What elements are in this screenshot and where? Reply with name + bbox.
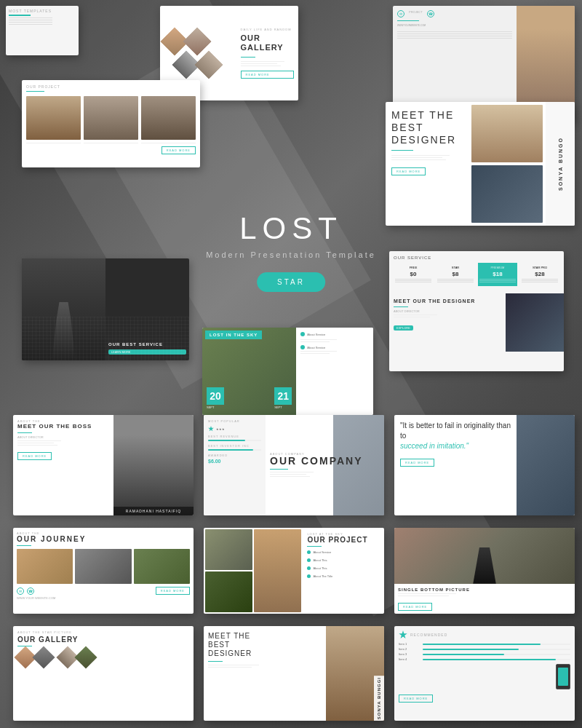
designer-r6-name: SONYA BUNGGI (377, 677, 381, 719)
company-awarded-label: AWARDED (208, 454, 261, 457)
slide-recommended: RECOMMENDED Item 1 Item 2 Item 3 Item 4 … (394, 626, 575, 721)
boss-name: RAMADHANI HASTAIFIQ (116, 509, 191, 513)
designer-r6-line3: DESIGNER (208, 649, 322, 658)
recommended-label: RECOMMENDED (410, 633, 447, 637)
designer-r6-line1: MEET THE (208, 632, 322, 641)
recommended-readmore[interactable]: READ MORE (399, 695, 433, 703)
boss-title: MEET OUR THE BOSS (17, 423, 109, 430)
project-website: WWW.YOURWEBSITE.COM (397, 24, 512, 27)
hero-section: LOST Modern Presentation Template STAR (206, 211, 376, 292)
slide-most-templates-label: MOST TEMPLATES (9, 9, 76, 13)
journey-website: WWW.YOUR WEBSITE.COM (17, 596, 190, 600)
slide-best-service: LOST OUR BEST SERVICE LEARN MORE (22, 258, 189, 360)
service-pricing-title: OUR SERVICE (394, 256, 559, 260)
price-star-label: STAR (437, 266, 474, 269)
slide-single-bottom: SINGLE BOTTOM PICTURE READ MORE (394, 528, 575, 614)
slide-our-project-r2: OUR PROJECT READ MORE (22, 80, 200, 167)
slide-our-company: MOST POPULAR ★★★ BEST REVENUE BEST INVES… (204, 415, 384, 515)
hero-title: LOST (206, 211, 376, 246)
our-project-r2-readmore[interactable]: READ MORE (162, 146, 196, 154)
single-bottom-readmore[interactable]: READ MORE (398, 603, 432, 611)
price-pro-value: $28 (522, 271, 558, 277)
designer-name: SONYA BUNGO (558, 137, 563, 191)
quote-part1: "It is better to fail in originality tha… (400, 422, 511, 440)
slide-gallery-r6: ABOUT THE STAR PICTURE OUR GALLERY (13, 626, 194, 721)
slide-timeline: LOST IN THE SKY 20 SEPT 21 SEPT About Se… (202, 328, 373, 415)
slide-quote: "It is better to fail in originality tha… (394, 415, 575, 515)
journey-readmore[interactable]: READ MORE (156, 587, 190, 595)
slide-our-project-r5m: LOST AT THE SKY OUR PROJECT About Servic… (204, 528, 384, 614)
timeline-month2: SEPT (274, 405, 292, 409)
proj-r5m-services: About Service About This About This Abou… (307, 549, 380, 579)
slide-designer-r6: MEET THE BEST DESIGNER SONYA BUNGGI (204, 626, 384, 721)
meet-designer-readmore[interactable]: EXPLORE (394, 325, 413, 331)
gallery-r6-title: OUR GALLERY (17, 636, 189, 644)
slide-meet-boss: ABOUT THE MEET OUR THE BOSS ABOUT DIRECT… (13, 415, 194, 515)
journey-phone-icon: ☎ (27, 587, 34, 595)
hero-cta-button[interactable]: STAR (257, 272, 325, 292)
proj-r5m-title: OUR PROJECT (307, 536, 380, 544)
price-premium-value: $18 (479, 271, 516, 277)
company-investor-label: BEST INVESTOR INC (208, 444, 261, 448)
boss-label: ABOUT DIRECTOR (17, 435, 109, 439)
meet-designer-label: ABOUT DIRECTOR (394, 309, 501, 313)
price-free-label: FREE (395, 266, 431, 269)
meet-designer-title: MEET OUR THE DESIGNER (394, 298, 501, 304)
pricing-grid: FREE $0 STAR $8 PREMIUM $18 STAR PRO $28 (394, 263, 559, 286)
phone-icon: ☎ (427, 10, 434, 17)
slide-service-designer: OUR SERVICE FREE $0 STAR $8 PREMIUM $18 … (389, 251, 564, 371)
price-star-value: $8 (437, 271, 474, 277)
designer-line1: MEET THE (391, 109, 463, 122)
company-popular-label: MOST POPULAR (208, 419, 261, 423)
quote-text: "It is better to fail in originality tha… (400, 421, 511, 451)
price-free-value: $0 (395, 271, 431, 277)
price-premium-label: PREMIUM (479, 266, 516, 269)
timeline-label2: About Service (307, 333, 325, 336)
gallery-readmore[interactable]: READ MORE (241, 71, 295, 79)
gallery-r6-label: ABOUT THE STAR PICTURE (17, 630, 189, 634)
single-bottom-title: SINGLE BOTTOM PICTURE (398, 587, 571, 592)
quote-readmore[interactable]: READ MORE (400, 459, 434, 467)
company-revenue-label: BEST REVENUE (208, 435, 261, 438)
company-title: OUR COMPANY (270, 456, 380, 467)
timeline-label3: About Service (307, 346, 325, 349)
timeline-month1: SEPT (207, 405, 224, 409)
price-pro-label: STAR PRO (522, 266, 558, 269)
boss-readmore[interactable]: READ MORE (17, 452, 52, 460)
email-icon: ✉ (397, 10, 404, 17)
timeline-logo: LOST IN THE SKY (205, 331, 262, 339)
designer-r6-line2: BEST (208, 641, 322, 649)
slide-most-templates: MOST TEMPLATES (6, 6, 79, 55)
company-award-value: $6.00 (208, 459, 261, 464)
journey-title: OUR JOURNEY (17, 535, 190, 543)
gallery-title: OUR GALLERY (241, 33, 295, 52)
journey-email-icon: ✉ (17, 587, 24, 595)
timeline-date2: 21 (274, 387, 292, 405)
recommended-star-icon (399, 630, 407, 639)
designer-readmore[interactable]: READ MORE (391, 167, 426, 175)
recommended-stats: Item 1 Item 2 Item 3 Item 4 (399, 642, 570, 661)
slide-our-journey: ABOUT THE OUR JOURNEY ✉ ☎ READ MORE WWW.… (13, 528, 194, 614)
timeline-date1: 20 (207, 387, 224, 405)
quote-part2: succeed in imitation." (400, 442, 469, 450)
designer-line3: DESIGNER (391, 134, 463, 146)
designer-line2: BEST (391, 122, 463, 134)
slide-designer-r2: MEET THE BEST DESIGNER READ MORE SONYA B… (386, 102, 575, 226)
hero-subtitle: Modern Presentation Template (206, 250, 376, 259)
our-project-r2-title: OUR PROJECT (26, 84, 196, 89)
project-label: PROJECT (409, 10, 423, 17)
gallery-label: DAILY LIFE AND RANDOM (241, 28, 295, 31)
